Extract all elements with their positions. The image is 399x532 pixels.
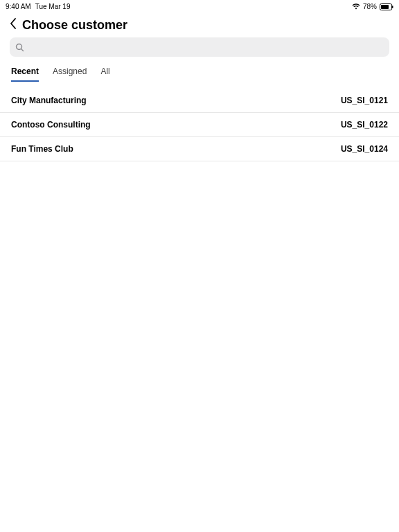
search-bar — [0, 37, 399, 62]
search-icon — [15, 43, 24, 52]
customer-code: US_SI_0122 — [341, 120, 388, 130]
tab-all[interactable]: All — [100, 66, 109, 82]
chevron-left-icon — [10, 18, 17, 32]
wifi-icon — [352, 3, 360, 10]
status-battery-pct: 78% — [363, 3, 377, 10]
tab-assigned[interactable]: Assigned — [53, 66, 87, 82]
svg-line-4 — [21, 48, 24, 51]
tabs: Recent Assigned All — [0, 62, 399, 82]
customer-code: US_SI_0124 — [341, 144, 388, 154]
svg-rect-2 — [392, 6, 393, 8]
list-item[interactable]: Contoso Consulting US_SI_0122 — [0, 113, 399, 137]
back-button[interactable] — [7, 17, 19, 33]
svg-rect-1 — [381, 5, 389, 9]
list-item[interactable]: Fun Times Club US_SI_0124 — [0, 137, 399, 161]
status-bar: 9:40 AM Tue Mar 19 78% — [0, 0, 399, 11]
status-date: Tue Mar 19 — [35, 3, 71, 10]
customer-name: Fun Times Club — [11, 144, 73, 154]
customer-name: Contoso Consulting — [11, 120, 91, 130]
battery-icon — [380, 3, 393, 10]
list-item[interactable]: City Manufacturing US_SI_0121 — [0, 89, 399, 113]
search-input[interactable] — [24, 42, 384, 53]
status-time: 9:40 AM — [6, 3, 31, 10]
tab-recent[interactable]: Recent — [11, 66, 39, 82]
header: Choose customer — [0, 11, 399, 37]
customer-name: City Manufacturing — [11, 96, 87, 105]
search-field[interactable] — [10, 37, 389, 57]
page-title: Choose customer — [22, 18, 127, 33]
customer-list: City Manufacturing US_SI_0121 Contoso Co… — [0, 89, 399, 161]
customer-code: US_SI_0121 — [341, 96, 388, 105]
